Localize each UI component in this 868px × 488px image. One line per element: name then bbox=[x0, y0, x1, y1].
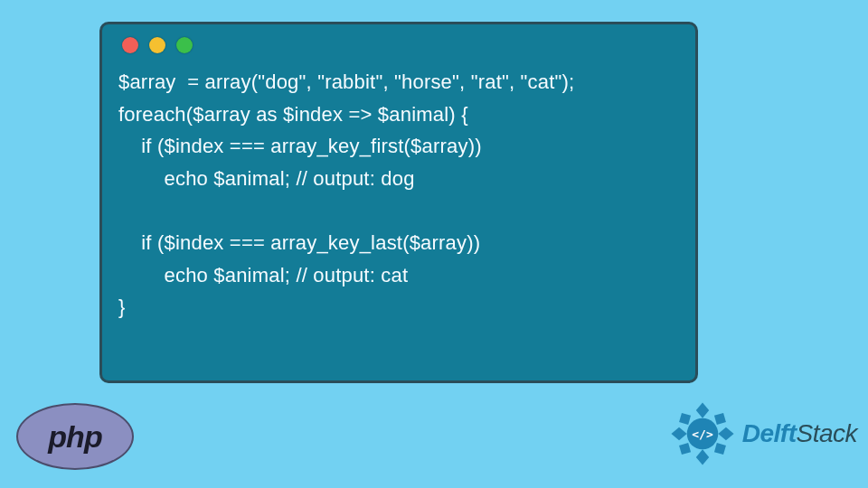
code-card: $array = array("dog", "rabbit", "horse",… bbox=[99, 22, 698, 383]
code-line: $array = array("dog", "rabbit", "horse",… bbox=[118, 70, 574, 93]
delftstack-icon: </> bbox=[670, 401, 735, 466]
php-logo: php bbox=[16, 403, 134, 470]
code-line: if ($index === array_key_last($array)) bbox=[118, 231, 480, 254]
svg-marker-6 bbox=[679, 443, 691, 455]
code-line: } bbox=[118, 296, 126, 318]
svg-marker-0 bbox=[696, 402, 709, 418]
svg-marker-5 bbox=[714, 413, 726, 425]
svg-marker-2 bbox=[671, 427, 686, 440]
delftstack-text: DelftStack bbox=[742, 419, 857, 448]
php-logo-text: php bbox=[48, 419, 101, 455]
svg-marker-3 bbox=[718, 427, 733, 440]
svg-text:</>: </> bbox=[692, 427, 713, 441]
code-line: foreach($array as $index => $animal) { bbox=[118, 103, 468, 126]
svg-marker-7 bbox=[714, 443, 726, 455]
code-line: echo $animal; // output: cat bbox=[118, 264, 408, 286]
svg-marker-4 bbox=[679, 413, 691, 425]
maximize-icon bbox=[176, 37, 193, 53]
code-line: if ($index === array_key_first($array)) bbox=[118, 135, 482, 157]
code-block: $array = array("dog", "rabbit", "horse",… bbox=[118, 66, 679, 324]
close-icon bbox=[122, 37, 138, 53]
svg-marker-1 bbox=[696, 449, 709, 465]
delftstack-logo: </> DelftStack bbox=[670, 401, 857, 466]
minimize-icon bbox=[149, 37, 165, 53]
window-controls bbox=[122, 37, 679, 53]
code-line: echo $animal; // output: dog bbox=[118, 167, 415, 190]
